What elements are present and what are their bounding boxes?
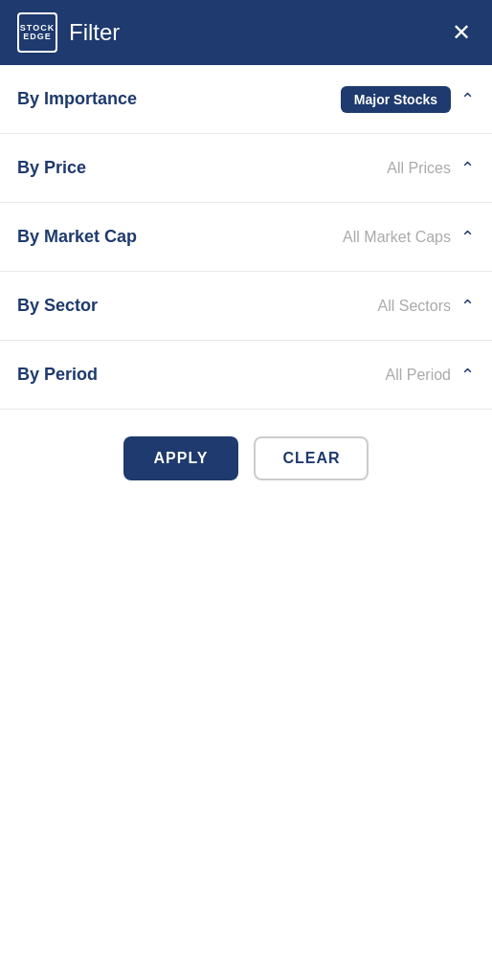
stockedge-logo: STOCK EDGE bbox=[17, 12, 57, 53]
action-buttons: APPLY CLEAR bbox=[0, 410, 492, 507]
filter-row-importance[interactable]: By Importance Major Stocks ⌃ bbox=[0, 65, 492, 134]
chevron-up-icon-importance: ⌃ bbox=[460, 91, 475, 108]
filter-value-period: All Period bbox=[386, 367, 451, 384]
filter-right-price: All Prices ⌃ bbox=[387, 160, 475, 177]
filter-right-market-cap: All Market Caps ⌃ bbox=[343, 229, 475, 246]
filter-label-price: By Price bbox=[17, 158, 86, 178]
chevron-up-icon-price: ⌃ bbox=[460, 160, 475, 177]
header-left: STOCK EDGE Filter bbox=[17, 12, 120, 53]
filter-label-sector: By Sector bbox=[17, 296, 98, 316]
filter-row-period[interactable]: By Period All Period ⌃ bbox=[0, 341, 492, 410]
filter-row-market-cap[interactable]: By Market Cap All Market Caps ⌃ bbox=[0, 203, 492, 272]
filter-value-sector: All Sectors bbox=[378, 298, 451, 315]
chevron-up-icon-sector: ⌃ bbox=[460, 298, 475, 315]
logo-text-bottom: EDGE bbox=[23, 33, 52, 41]
filter-value-price: All Prices bbox=[387, 160, 451, 177]
page-title: Filter bbox=[69, 19, 120, 46]
filter-label-importance: By Importance bbox=[17, 89, 137, 109]
filter-right-period: All Period ⌃ bbox=[386, 367, 475, 384]
chevron-up-icon-period: ⌃ bbox=[460, 367, 475, 384]
close-button[interactable]: ✕ bbox=[448, 17, 475, 48]
chevron-up-icon-market-cap: ⌃ bbox=[460, 229, 475, 246]
filter-row-price[interactable]: By Price All Prices ⌃ bbox=[0, 134, 492, 203]
filter-row-sector[interactable]: By Sector All Sectors ⌃ bbox=[0, 272, 492, 341]
clear-button[interactable]: CLEAR bbox=[254, 436, 369, 480]
filter-right-importance: Major Stocks ⌃ bbox=[341, 86, 475, 113]
filter-label-market-cap: By Market Cap bbox=[17, 227, 137, 247]
filter-label-period: By Period bbox=[17, 365, 98, 385]
filter-badge-importance: Major Stocks bbox=[341, 86, 451, 113]
filter-right-sector: All Sectors ⌃ bbox=[378, 298, 475, 315]
filter-header: STOCK EDGE Filter ✕ bbox=[0, 0, 492, 65]
apply-button[interactable]: APPLY bbox=[123, 436, 239, 480]
filter-content: By Importance Major Stocks ⌃ By Price Al… bbox=[0, 65, 492, 507]
filter-value-market-cap: All Market Caps bbox=[343, 229, 451, 246]
